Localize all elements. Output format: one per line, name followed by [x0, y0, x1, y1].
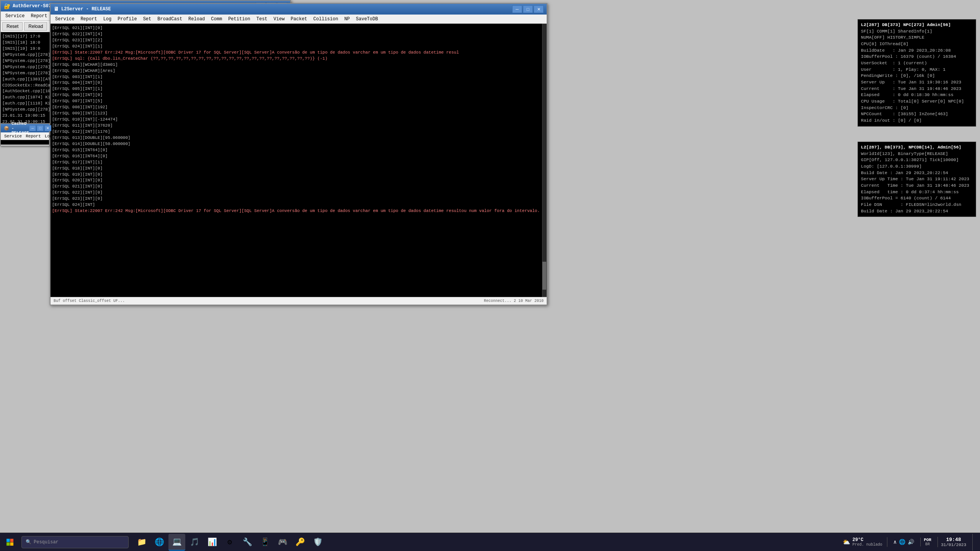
l2server-menu-test[interactable]: Test — [253, 15, 271, 23]
info-line: User : 1, Play: 0, MAX: 1 — [861, 67, 973, 73]
l2server-menu-reload[interactable]: Reload — [185, 15, 208, 23]
auth-reload-button[interactable]: Reload — [24, 22, 47, 31]
info-line: BuildDate : Jan 29 2023_20:26:08 — [861, 47, 973, 54]
info-line: NUMA[OFF] HISTORY_SIMPLE — [861, 34, 973, 41]
taskbar-files-icon[interactable]: 📁 — [133, 534, 150, 551]
cached-menu-log[interactable]: Log — [43, 133, 54, 139]
clock[interactable]: 19:48 31/01/2023 — [938, 537, 969, 547]
network-icon[interactable]: 🌐 — [899, 539, 905, 545]
svg-rect-3 — [10, 542, 14, 546]
info-line: L2[287] DB[373] NPC[272] Admin[56] — [861, 22, 973, 28]
log-line: [ErrSQL 022][INT][0] — [52, 190, 545, 196]
taskbar-app6-icon[interactable]: 🔑 — [292, 534, 309, 551]
cached-menu-report[interactable]: Report — [24, 133, 43, 139]
l2server-menu-view[interactable]: View — [271, 15, 288, 23]
info-panel-2: L2[287], DB[373], NPCDB[14], Admin[56] W… — [858, 142, 976, 217]
log-line: [ErrSQL 006][INT][0] — [52, 92, 545, 98]
weather-widget[interactable]: ⛅ 29°C Pred. nublado — [843, 537, 887, 547]
log-line: [ErrSQL 003][INT][1] — [52, 74, 545, 80]
log-line: [ErrSQL 011][INT][37620] — [52, 123, 545, 129]
log-line: [ErrSQL 005][INT][1] — [52, 86, 545, 92]
info-line: PendingWrite : [0], /16k [0] — [861, 73, 973, 79]
cached-close-button[interactable]: ✕ — [44, 125, 51, 131]
log-line: [ErrSQL] State:22007 Err:242 Msg:[Micros… — [52, 208, 545, 214]
log-line: [ErrSQL 012][INT][1176] — [52, 129, 545, 135]
log-line: [ErrSQL 019][INT][0] — [52, 172, 545, 178]
cached-log-content[interactable] — [1, 140, 49, 145]
l2server-menu-savetodb[interactable]: SaveToDB — [353, 15, 381, 23]
l2server-close-button[interactable]: ✕ — [534, 5, 544, 13]
svg-rect-1 — [10, 539, 14, 542]
log-line: [ErrSQL 023][INT][2] — [52, 37, 545, 44]
l2server-menu-log[interactable]: Log — [100, 15, 115, 23]
taskbar-pinned-icons: 📁 🌐 💻 🎵 📊 ⚙️ 🔧 📱 🎮 🔑 🛡️ — [133, 534, 326, 551]
tray-chevron[interactable]: ∧ — [893, 539, 897, 545]
language-indicator[interactable]: POR BR — [920, 538, 934, 546]
show-desktop-button[interactable] — [972, 534, 975, 551]
taskbar-right-area: ⛅ 29°C Pred. nublado ∧ 🌐 🔊 POR BR 19:48 … — [843, 534, 980, 551]
cached-menubar: Service Report Log — [1, 132, 49, 140]
l2server-menu-service[interactable]: Service — [52, 15, 77, 23]
auth-menu-report[interactable]: Report — [28, 12, 50, 20]
log-line: [ErrSQL 024][INT] — [52, 202, 545, 208]
taskbar-app4-icon[interactable]: 📱 — [256, 534, 273, 551]
l2server-minimize-button[interactable]: ─ — [512, 5, 522, 13]
taskbar-media-icon[interactable]: 🎵 — [186, 534, 203, 551]
log-line: [ErrSQL 007][INT][5] — [52, 98, 545, 104]
windows-logo-icon — [6, 538, 14, 546]
l2server-log-content[interactable]: [ErrSQL 021][INT][0] [ErrSQL 022][INT][4… — [51, 24, 547, 304]
taskbar-app1-icon[interactable]: 📊 — [204, 534, 220, 551]
start-button[interactable] — [0, 533, 20, 551]
cached-maximize-button[interactable]: □ — [37, 125, 44, 131]
l2server-titlebar[interactable]: 🖥 L2Server - RELEASE ─ □ ✕ — [51, 4, 547, 15]
info-line: Elapsed time : 0 dd 0:37:4 hh:mm:ss — [861, 189, 973, 196]
l2server-icon: 🖥 — [54, 6, 59, 12]
log-line: [ErrSQL 014][DOUBLE][50.000000] — [52, 141, 545, 147]
l2server-menu-packet[interactable]: Packet — [287, 15, 310, 23]
auth-reset-button[interactable]: Reset — [2, 22, 23, 31]
auth-menu-service[interactable]: Service — [2, 12, 28, 20]
cached-window: 📦 CacheD - RELEASE ─ □ ✕ Service Report … — [0, 123, 50, 146]
cached-menu-service[interactable]: Service — [2, 133, 24, 139]
info-line: Server Up : Tue Jan 31 19:30:16 2023 — [861, 79, 973, 86]
cached-titlebar[interactable]: 📦 CacheD - RELEASE ─ □ ✕ — [1, 124, 49, 132]
l2server-menu-petition[interactable]: Petition — [225, 15, 253, 23]
cached-icon: 📦 — [4, 126, 9, 131]
cached-minimize-button[interactable]: ─ — [29, 125, 36, 131]
status-text: Buf offset Classic_offset UF... — [54, 299, 125, 303]
info-line: Current Time : Tue Jan 31 19:48:46 2023 — [861, 183, 973, 189]
log-line: [ErrSQL 018][INT][0] — [52, 166, 545, 172]
log-line: [ErrSQL] State:22007 Err:242 Msg:[Micros… — [52, 50, 545, 56]
taskbar-terminal-icon[interactable]: 💻 — [168, 534, 185, 551]
log-line: [ErrSQL] sql: {Call dbo.lin_CreateChar (… — [52, 56, 545, 62]
l2server-menu-np[interactable]: NP — [341, 15, 353, 23]
l2server-menu-report[interactable]: Report — [77, 15, 100, 23]
info-line: Build Date : Jan 29 2023_20:22:54 — [861, 170, 973, 176]
l2server-menu-set[interactable]: Set — [140, 15, 155, 23]
clock-date: 31/01/2023 — [941, 543, 966, 547]
l2server-menu-profile[interactable]: Profile — [114, 15, 140, 23]
taskbar-app5-icon[interactable]: 🎮 — [274, 534, 291, 551]
language-code: POR — [924, 538, 931, 542]
taskbar-app3-icon[interactable]: 🔧 — [239, 534, 256, 551]
taskbar-browser-icon[interactable]: 🌐 — [151, 534, 168, 551]
log-line: [ErrSQL 001][WCHAR][d3m01] — [52, 62, 545, 68]
log-line: [ErrSQL 010][INT][-124474] — [52, 117, 545, 123]
log-line: [ErrSQL 009][INT][123] — [52, 111, 545, 117]
l2server-menu-collision[interactable]: Collision — [310, 15, 341, 23]
l2server-menu-broadcast[interactable]: BroadCast — [154, 15, 185, 23]
l2server-window: 🖥 L2Server - RELEASE ─ □ ✕ Service Repor… — [50, 3, 547, 305]
l2server-menu-comm[interactable]: Comm — [208, 15, 225, 23]
log-line: [ErrSQL 016][INT64][0] — [52, 153, 545, 160]
l2server-controls: ─ □ ✕ — [512, 5, 544, 13]
log-line: [ErrSQL 008][INT][192] — [52, 104, 545, 111]
taskbar-app7-icon[interactable]: 🛡️ — [309, 534, 326, 551]
log-line: [ErrSQL 020][INT][0] — [52, 178, 545, 184]
volume-icon[interactable]: 🔊 — [908, 539, 914, 545]
l2server-maximize-button[interactable]: □ — [523, 5, 533, 13]
weather-info: 29°C Pred. nublado — [853, 537, 882, 547]
l2server-scrollbar[interactable] — [542, 24, 547, 304]
log-line: [ErrSQL 022][INT][4] — [52, 31, 545, 37]
taskbar-app2-icon[interactable]: ⚙️ — [221, 534, 238, 551]
taskbar-search-box[interactable]: 🔍 Pesquisar — [21, 536, 129, 548]
